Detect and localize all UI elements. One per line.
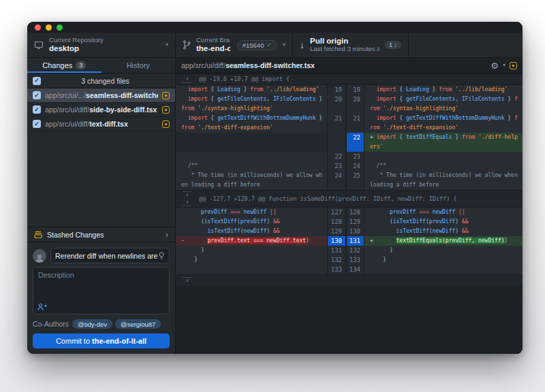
hunk-header-text: @@ -19,6 +19,7 @@ import { bbox=[199, 75, 290, 84]
select-all-checkbox[interactable]: ✓ bbox=[33, 77, 41, 85]
tab-history[interactable]: History bbox=[102, 58, 176, 73]
coauthor-pill[interactable]: @sergiou87 bbox=[115, 319, 161, 329]
line-number-old[interactable]: 23 bbox=[327, 161, 345, 171]
code-new: + textDiffEquals(prevDiff, newDiff)) bbox=[364, 236, 523, 246]
line-number-old[interactable]: 127 bbox=[327, 208, 345, 217]
line-number-new[interactable]: 24 bbox=[345, 161, 364, 171]
stashed-changes-row[interactable]: Stashed Changes › bbox=[27, 227, 175, 242]
line-number-new[interactable]: 19 bbox=[345, 85, 364, 95]
code-new: import { getTextDiffWithBottomDummyHunk … bbox=[364, 114, 523, 133]
diff-row: 22+ import { textDiffEquals } from './di… bbox=[176, 133, 523, 152]
line-number-old[interactable] bbox=[327, 133, 345, 152]
diff-line-marker bbox=[370, 96, 377, 102]
add-coauthor-button[interactable] bbox=[37, 303, 47, 311]
line-number-old[interactable]: 132 bbox=[327, 255, 345, 265]
line-number-new[interactable]: 25 bbox=[345, 171, 364, 190]
file-row[interactable]: ✓app/src/ui/.../seamless-diff-switcher.t… bbox=[27, 88, 175, 103]
code-old: prevDiff === newDiff || bbox=[176, 208, 327, 217]
coauthor-pill[interactable]: @tidy-dev bbox=[72, 319, 112, 329]
line-number-old[interactable]: 129 bbox=[327, 227, 345, 236]
code-old: } bbox=[176, 255, 327, 265]
gear-icon[interactable]: ⚙ bbox=[490, 61, 499, 70]
line-number-new[interactable]: 134 bbox=[345, 265, 364, 274]
code-old: isTextDiff(newDiff) && bbox=[176, 227, 327, 236]
diff-row: /**2324 /** bbox=[176, 161, 523, 171]
commit-summary-input[interactable]: Rerender diff when newlines are adde bbox=[50, 248, 170, 263]
line-number-new[interactable]: 21 bbox=[345, 114, 364, 133]
line-number-old[interactable]: 22 bbox=[327, 152, 345, 161]
code-new: prevDiff === newDiff || bbox=[364, 208, 523, 217]
code-old: ) bbox=[176, 246, 327, 255]
current-branch-button[interactable]: Current Bra... the-end-of... #15640 ✓ ▾ bbox=[176, 33, 293, 57]
diff-line-marker bbox=[370, 228, 377, 234]
line-number-old[interactable]: 19 bbox=[327, 85, 345, 95]
diff-row: * The time (in milliseconds) we allow wh… bbox=[176, 171, 523, 190]
code-new: } bbox=[364, 255, 523, 265]
line-number-new[interactable]: 20 bbox=[345, 95, 364, 114]
minimize-window-button[interactable] bbox=[46, 24, 52, 31]
pull-arrow-icon: ↓ bbox=[300, 39, 305, 50]
line-number-old[interactable]: 128 bbox=[327, 217, 345, 227]
file-path-label: app/src/ui/diff/side-by-side-diff.tsx bbox=[45, 105, 158, 114]
line-number-old[interactable]: 130 bbox=[327, 236, 345, 246]
branch-label: Current Bra... bbox=[196, 37, 230, 44]
code-old: import { Loading } from '../lib/loading' bbox=[176, 85, 327, 95]
chevron-right-icon: › bbox=[166, 231, 168, 239]
line-number-new[interactable]: 129 bbox=[345, 217, 364, 227]
code-new: import { Loading } from '../lib/loading' bbox=[364, 85, 523, 95]
line-number-new[interactable]: 22 bbox=[345, 133, 364, 152]
diff-line-marker bbox=[181, 266, 188, 272]
diff-line-marker bbox=[370, 172, 377, 178]
diff-settings-caret-icon[interactable]: ▾ bbox=[503, 63, 505, 68]
code-old: (isTextDiff(prevDiff) && bbox=[176, 217, 327, 227]
line-number-old[interactable]: 133 bbox=[327, 265, 345, 274]
commit-button[interactable]: Commit to the-end-of-it-all bbox=[33, 333, 170, 348]
avatar bbox=[33, 249, 46, 263]
line-number-old[interactable]: 24 bbox=[327, 171, 345, 190]
diff-line-marker bbox=[370, 86, 377, 93]
zoom-window-button[interactable] bbox=[57, 24, 63, 31]
tab-changes[interactable]: Changes 3 bbox=[27, 58, 102, 73]
code-new: ) bbox=[364, 246, 523, 255]
line-number-new[interactable]: 133 bbox=[345, 255, 364, 265]
line-number-old[interactable]: 131 bbox=[327, 246, 345, 255]
branch-name: the-end-of... bbox=[196, 44, 230, 53]
expand-up-button[interactable]: ↑ bbox=[183, 76, 191, 83]
line-number-old[interactable]: 20 bbox=[327, 95, 345, 114]
expand-down-button[interactable]: ↓ bbox=[183, 277, 191, 284]
pull-origin-button[interactable]: ↓ Pull origin Last fetched 3 minutes ago… bbox=[293, 33, 409, 57]
file-row[interactable]: ✓app/src/ui/diff/text-diff.tsx bbox=[27, 117, 175, 131]
file-checkbox[interactable]: ✓ bbox=[33, 105, 41, 114]
file-checkbox[interactable]: ✓ bbox=[33, 120, 41, 128]
code-old bbox=[176, 265, 327, 274]
file-status-icon bbox=[162, 120, 170, 128]
expand-down-button[interactable]: ↓ bbox=[183, 191, 191, 198]
hunk-header-text: @@ -127,7 +128,7 @@ function isSameDiff(… bbox=[199, 195, 457, 203]
commit-description-input[interactable]: Description bbox=[33, 267, 170, 314]
line-number-new[interactable]: 128 bbox=[345, 208, 364, 217]
diff-line-marker bbox=[181, 86, 188, 93]
diff-line-marker bbox=[370, 266, 377, 272]
diff-line-marker bbox=[181, 163, 188, 169]
close-window-button[interactable] bbox=[35, 24, 41, 31]
line-number-old[interactable]: 21 bbox=[327, 114, 345, 133]
expand-up-button[interactable]: ↑ bbox=[183, 199, 191, 206]
sidebar-empty-area bbox=[27, 131, 175, 227]
line-number-new[interactable]: 23 bbox=[345, 152, 364, 161]
changes-history-tabs: Changes 3 History bbox=[27, 58, 175, 74]
file-checkbox[interactable]: ✓ bbox=[33, 91, 41, 99]
file-path-label: app/src/ui/.../seamless-diff-switcher.ts… bbox=[45, 91, 158, 99]
caret-down-icon: ▾ bbox=[283, 42, 285, 48]
current-repository-button[interactable]: Current Repository desktop ▾ bbox=[27, 33, 176, 57]
code-new: (isTextDiff(prevDiff) && bbox=[364, 217, 523, 227]
pull-subtitle: Last fetched 3 minutes ago bbox=[310, 46, 379, 53]
line-number-new[interactable]: 132 bbox=[345, 246, 364, 255]
line-number-new[interactable]: 130 bbox=[345, 227, 364, 236]
line-number-new[interactable]: 131 bbox=[345, 236, 364, 246]
file-row[interactable]: ✓app/src/ui/diff/side-by-side-diff.tsx bbox=[27, 103, 175, 117]
code-old: /** bbox=[176, 161, 327, 171]
diff-line-marker bbox=[181, 257, 188, 263]
diff-file-path: app/src/ui/diff/seamless-diff-switcher.t… bbox=[181, 61, 486, 69]
diff-line-marker bbox=[370, 257, 377, 263]
code-new: import { getFileContents, IFileContents … bbox=[364, 95, 523, 114]
